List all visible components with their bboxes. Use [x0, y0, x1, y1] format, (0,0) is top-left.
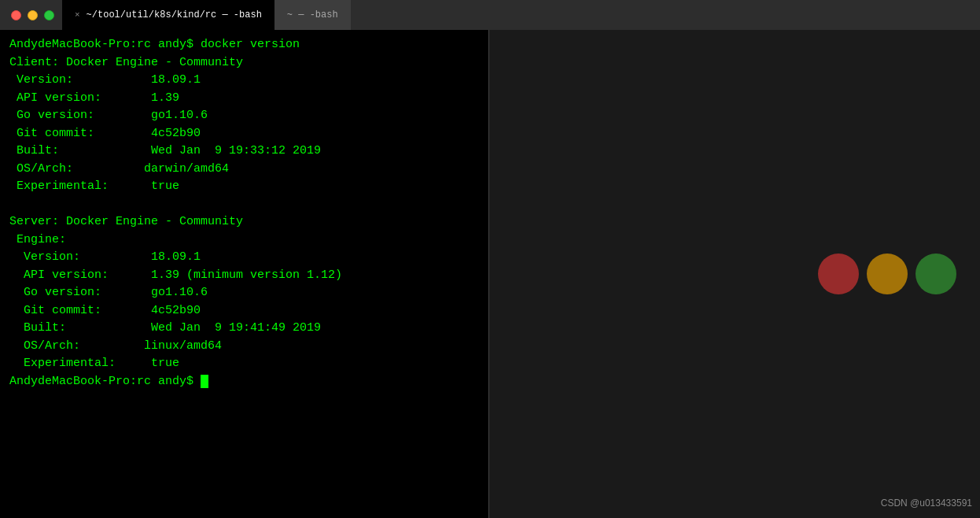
- blob-red: [818, 253, 859, 294]
- server-go: Go version: go1.10.6: [9, 284, 479, 302]
- prompt-line-1: AndydeMacBook-Pro:rc andy$ docker versio…: [9, 36, 479, 54]
- watermark: CSDN @u013433591: [881, 496, 972, 510]
- client-go: Go version: go1.10.6: [9, 107, 479, 125]
- minimize-button[interactable]: [28, 10, 38, 20]
- maximize-button[interactable]: [44, 10, 54, 20]
- title-bar: × ~/tool/util/k8s/kind/rc — -bash ~ — -b…: [0, 0, 980, 30]
- server-os: OS/Arch: linux/amd64: [9, 338, 479, 356]
- cursor: [201, 375, 208, 388]
- server-header: Server: Docker Engine - Community: [9, 213, 479, 231]
- blob-row-1: [818, 253, 956, 294]
- client-os: OS/Arch: darwin/amd64: [9, 161, 479, 179]
- client-api: API version: 1.39: [9, 90, 479, 108]
- tabs-container: × ~/tool/util/k8s/kind/rc — -bash ~ — -b…: [62, 0, 980, 30]
- client-git: Git commit: 4c52b90: [9, 125, 479, 143]
- traffic-lights: [0, 10, 54, 20]
- tab-1[interactable]: × ~/tool/util/k8s/kind/rc — -bash: [62, 0, 274, 30]
- server-engine: Engine:: [9, 231, 479, 250]
- client-header: Client: Docker Engine - Community: [9, 54, 479, 72]
- server-api: API version: 1.39 (minimum version 1.12): [9, 267, 479, 285]
- server-git: Git commit: 4c52b90: [9, 302, 479, 320]
- tab-2[interactable]: ~ — -bash: [274, 0, 351, 30]
- close-button[interactable]: [11, 10, 21, 20]
- client-version: Version: 18.09.1: [9, 72, 479, 90]
- terminal-pane-left[interactable]: AndydeMacBook-Pro:rc andy$ docker versio…: [0, 30, 489, 518]
- tab-1-title: ~/tool/util/k8s/kind/rc — -bash: [87, 9, 262, 20]
- server-built: Built: Wed Jan 9 19:41:49 2019: [9, 320, 479, 338]
- empty-line-1: [9, 196, 479, 214]
- server-exp: Experimental: true: [9, 355, 479, 373]
- tab-2-title: ~ — -bash: [287, 9, 338, 20]
- decorative-blobs: [818, 253, 956, 294]
- blob-orange: [867, 253, 908, 294]
- tab-close-icon[interactable]: ×: [75, 10, 80, 20]
- client-built: Built: Wed Jan 9 19:33:12 2019: [9, 142, 479, 161]
- terminal-pane-right[interactable]: CSDN @u013433591: [489, 30, 980, 518]
- blob-green: [916, 253, 956, 294]
- server-version: Version: 18.09.1: [9, 249, 479, 267]
- prompt-line-2: AndydeMacBook-Pro:rc andy$: [9, 373, 479, 391]
- client-exp: Experimental: true: [9, 178, 479, 196]
- terminal-container: AndydeMacBook-Pro:rc andy$ docker versio…: [0, 30, 980, 518]
